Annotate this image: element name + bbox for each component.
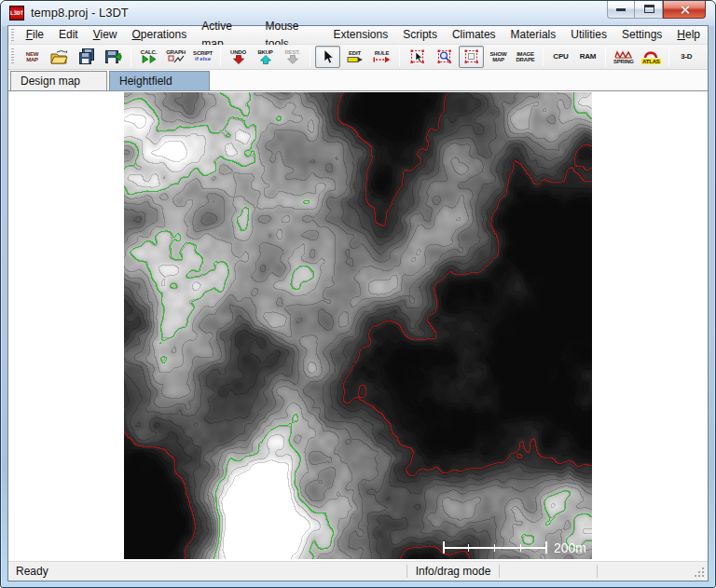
spring-label: SPRING — [613, 59, 634, 64]
toolbar-separator — [543, 47, 544, 66]
graph-icon — [168, 55, 185, 63]
save-all-icon — [78, 48, 95, 64]
app-logo-icon: L3DT — [9, 6, 24, 21]
atlas-label: ATLAS — [641, 59, 661, 64]
minimize-icon — [616, 8, 626, 11]
ram-button[interactable]: RAM — [575, 46, 600, 68]
menu-materials[interactable]: Materials — [503, 26, 564, 44]
new-map-label-2: MAP — [26, 57, 38, 62]
undo-button[interactable]: UNDO — [226, 46, 251, 68]
three-d-button[interactable]: 3-D — [674, 46, 699, 68]
script-sub-label: if else — [195, 56, 211, 62]
restore-arrow-icon — [286, 55, 299, 64]
open-folder-icon — [50, 49, 69, 64]
menu-operations[interactable]: Operations — [125, 26, 195, 44]
save-icon — [104, 49, 122, 64]
toolbar-separator — [131, 47, 131, 66]
map-view-area: 200m — [8, 90, 708, 561]
menu-bar: File Edit View Operations Active map Mou… — [8, 26, 708, 45]
maximize-icon — [644, 5, 654, 13]
scale-bar-icon — [443, 541, 547, 554]
save-all-button[interactable] — [74, 46, 99, 68]
status-pane-empty — [500, 562, 597, 581]
toolbar-separator — [220, 47, 221, 66]
backup-arrow-icon — [259, 55, 272, 64]
new-map-button[interactable]: NEW MAP — [20, 46, 45, 68]
menubar-grip[interactable] — [11, 29, 14, 42]
backup-button[interactable]: BKUP — [253, 46, 278, 68]
cpu-button[interactable]: CPU — [548, 46, 573, 68]
calc-button[interactable]: CALC. — [136, 46, 161, 68]
show-map-label-2: MAP — [492, 57, 504, 62]
map-tab-bar: Design map Heightfield — [8, 70, 708, 90]
cpu-label: CPU — [553, 52, 568, 61]
menu-file[interactable]: File — [19, 26, 51, 44]
spring-button[interactable]: SPRING — [611, 46, 637, 68]
select-zoom-button[interactable] — [432, 46, 457, 68]
tab-design-map[interactable]: Design map — [10, 71, 107, 90]
selection-box-icon — [463, 48, 480, 64]
status-ready: Ready — [8, 562, 406, 581]
show-map-button[interactable]: SHOW MAP — [486, 46, 511, 68]
pointer-tool-button[interactable] — [315, 46, 340, 68]
select-region-button[interactable] — [459, 46, 484, 68]
menu-utilities[interactable]: Utilities — [563, 26, 614, 44]
toolbar-separator — [399, 47, 400, 66]
status-mouse-mode: Info/drag mode — [407, 562, 499, 581]
menu-edit[interactable]: Edit — [51, 26, 86, 44]
menu-settings[interactable]: Settings — [614, 26, 669, 44]
edit-tool-button[interactable]: EDIT — [342, 46, 367, 68]
close-icon — [680, 5, 690, 15]
menu-help[interactable]: Help — [669, 26, 708, 44]
toolbar-separator — [605, 47, 606, 66]
window-controls — [607, 1, 706, 19]
status-pane-empty — [598, 562, 708, 581]
restore-button: REST. — [280, 46, 305, 68]
three-d-label: 3-D — [681, 52, 692, 61]
image-drape-label-2: DRAPE — [516, 57, 534, 62]
rule-tool-button[interactable]: RULE — [369, 46, 394, 68]
ram-label: RAM — [580, 52, 597, 61]
tab-heightfield[interactable]: Heightfield — [109, 71, 210, 90]
selection-pointer-icon — [409, 48, 426, 64]
spring-icon — [614, 49, 633, 59]
script-button[interactable]: SCRIPT if else — [190, 46, 215, 68]
calc-arrows-icon — [142, 55, 157, 63]
close-button[interactable] — [663, 1, 706, 19]
heightfield-canvas[interactable] — [124, 92, 592, 559]
image-drape-button[interactable]: IMAGE DRAPE — [513, 46, 538, 68]
toolbar-grip[interactable] — [11, 48, 14, 65]
undo-arrow-icon — [232, 55, 245, 64]
scale-label: 200m — [554, 541, 586, 554]
open-project-button[interactable] — [47, 46, 72, 68]
atlas-logo-icon — [643, 49, 658, 59]
menu-view[interactable]: View — [86, 26, 125, 44]
toolbar-separator — [310, 47, 310, 66]
resize-grip[interactable] — [695, 567, 704, 577]
minimize-button[interactable] — [607, 1, 635, 19]
map-scale: 200m — [443, 541, 586, 554]
atlas-button[interactable]: ATLAS — [639, 46, 664, 68]
menu-climates[interactable]: Climates — [445, 26, 503, 44]
select-pointer-button[interactable] — [405, 46, 430, 68]
menu-scripts[interactable]: Scripts — [395, 26, 445, 44]
status-bar: Ready Info/drag mode — [8, 561, 708, 581]
pointer-cursor-icon — [322, 49, 334, 64]
window-title: temp8.proj - L3DT — [31, 6, 129, 20]
app-window: File Edit View Operations Active map Mou… — [7, 25, 709, 581]
title-bar[interactable]: L3DT temp8.proj - L3DT — [0, 0, 716, 25]
edit-marker-icon — [347, 56, 364, 63]
maximize-button[interactable] — [635, 1, 663, 19]
heightfield-map[interactable]: 200m — [124, 92, 592, 559]
graph-button[interactable]: GRAPH — [163, 46, 188, 68]
toolbar-separator — [668, 47, 669, 66]
rule-arrow-icon — [373, 56, 391, 63]
selection-zoom-icon — [436, 48, 453, 64]
save-project-button[interactable] — [101, 46, 126, 68]
menu-extensions[interactable]: Extensions — [326, 26, 396, 44]
tool-bar: NEW MAP — [8, 45, 708, 70]
